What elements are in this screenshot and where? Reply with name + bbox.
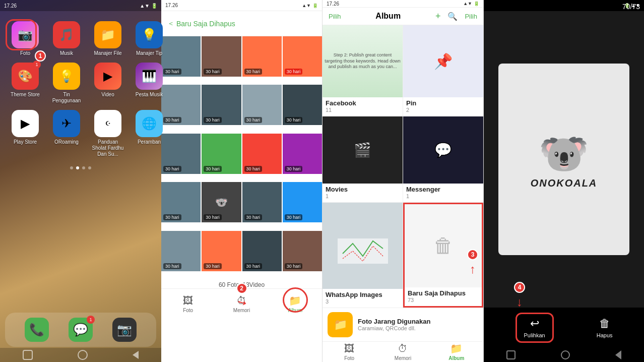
nav-home-btn[interactable] [78, 350, 88, 360]
theme-store-icon: 🎨 [18, 69, 33, 83]
days-4: 30 hari [285, 69, 303, 75]
app-peramban[interactable]: 🌐 Peramban [132, 110, 167, 157]
app-foto-label: Foto [20, 50, 30, 56]
back-arrow-icon: ＜ [167, 19, 174, 28]
foto-jarang-sub: Caramiaw, QRCode dll. [358, 325, 430, 331]
whatsapp-info: WhatsApp Images 3 [323, 289, 403, 308]
manajer-file-icon: 📁 [100, 28, 115, 42]
photo-cell-18[interactable]: 30 hari [202, 231, 241, 271]
app-theme-store[interactable]: 🎨 1 Theme Store [8, 63, 43, 104]
messages-badge: 1 [87, 316, 95, 324]
photo-cell-13[interactable]: 30 hari [161, 182, 201, 222]
album-footer-tab-foto[interactable]: 🖼 Foto [323, 343, 376, 361]
messenger-count: 1 [406, 193, 480, 199]
album-search-icon[interactable]: 🔍 [447, 12, 458, 21]
album-footer-tab-album[interactable]: 📁 Album [430, 342, 483, 361]
album-pilih-left[interactable]: Pilih [329, 13, 341, 20]
trash-icon: 🗑 [433, 234, 454, 257]
delete-icon: 🗑 [599, 317, 610, 330]
album-tab-label: Album [288, 308, 302, 313]
album-tab-icon: 📁 [289, 294, 301, 307]
album-top-bar: Pilih Album + 🔍 Pilih [323, 8, 483, 25]
photo-cell-16[interactable]: 30 hari [283, 182, 322, 222]
footer-tab-album-recent[interactable]: 📁 Album [269, 294, 322, 313]
app-musik[interactable]: 🎵 Musik [49, 21, 84, 56]
step3-number: 3 [467, 249, 478, 260]
app-musik-label: Musik [60, 50, 73, 56]
photo-cell-4[interactable]: 30 hari [283, 36, 322, 77]
photo-cell-12[interactable]: 30 hari [283, 134, 322, 174]
back-label: Baru Saja Dihapus [176, 20, 235, 28]
album-messenger[interactable]: 💬 Messenger 1 [403, 116, 483, 202]
final-nav-recent[interactable] [506, 350, 516, 359]
album-pilih-right[interactable]: Pilih [465, 13, 477, 20]
musik-icon: 🎵 [59, 28, 74, 42]
step1-badge: 1 [35, 50, 46, 62]
recent-status-icons: ▲▼ 🔋 [302, 3, 318, 8]
delete-button[interactable]: 🗑 Hapus [597, 317, 613, 338]
app-manajer-tip[interactable]: 💡 Manajer Tip [132, 21, 167, 56]
album-footer-tab-memori[interactable]: ⏱ Memori [376, 343, 429, 361]
whatsapp-count: 3 [326, 298, 400, 305]
movies-thumb: 🎬 [323, 116, 403, 184]
status-icons: ▲▼ 🔋 [140, 3, 157, 9]
recently-deleted-panel: 17.26 ▲▼ 🔋 ＜ Baru Saja Dihapus 30 hari 3… [161, 0, 323, 362]
album-movies[interactable]: 🎬 Movies 1 [323, 116, 403, 202]
final-nav-back[interactable] [615, 350, 621, 359]
photo-cell-1[interactable]: 30 hari [161, 36, 201, 77]
app-manajer-file[interactable]: 📁 Manajer File [90, 21, 125, 56]
nav-back-btn[interactable] [133, 351, 139, 359]
album-memori-tab-label: Memori [395, 355, 411, 361]
album-pin[interactable]: 📌 Pin 2 [403, 25, 483, 116]
app-foto[interactable]: 📷 1 Foto [8, 21, 43, 56]
photo-cell-19[interactable]: 30 hari [242, 231, 282, 271]
app-play-store[interactable]: ▶ Play Store [8, 110, 43, 157]
app-tin[interactable]: 💡 Tin Penggunaan [49, 63, 84, 104]
nav-recent-btn[interactable] [23, 350, 33, 360]
photo-cell-11[interactable]: 30 hari [242, 134, 282, 174]
days-7: 30 hari [244, 117, 263, 123]
app-pesta-musik-label: Pesta Musik [136, 92, 163, 98]
foto-jarang-name: Foto Jarang Digunakan [358, 318, 430, 325]
restore-icon: ↩ [530, 317, 539, 330]
photo-cell-6[interactable]: 30 hari [202, 85, 241, 125]
dock-phone[interactable]: 📞 [25, 318, 49, 342]
footer-tab-foto[interactable]: 🖼 Foto [161, 295, 215, 313]
final-status-bar: 🔋 ▲▼ [484, 0, 644, 11]
restore-button[interactable]: ↩ Pulihkan [516, 313, 554, 343]
photo-cell-20[interactable]: 30 hari [283, 231, 322, 271]
photo-cell-14[interactable]: 🐨 30 hari [202, 182, 241, 222]
pesta-musik-icon: 🎹 [142, 69, 157, 83]
photo-cell-8[interactable]: 30 hari [283, 85, 322, 125]
final-nav-home[interactable] [561, 350, 570, 359]
dock-messages[interactable]: 💬 1 [69, 318, 93, 342]
dock: 📞 💬 1 📷 [5, 313, 156, 347]
photo-cell-3[interactable]: 30 hari [242, 36, 282, 77]
recently-deleted-name: Baru Saja Dihapus [408, 289, 479, 297]
foto-icon: 📷 [18, 28, 33, 42]
photo-cell-17[interactable]: 30 hari [161, 231, 201, 271]
photo-cell-15[interactable]: 30 hari [242, 182, 282, 222]
photo-cell-7[interactable]: 30 hari [242, 85, 282, 125]
back-button[interactable]: ＜ Baru Saja Dihapus [167, 19, 235, 28]
whatsapp-chart [338, 228, 388, 264]
phone-icon: 📞 [29, 323, 44, 337]
album-facebook[interactable]: Step 2: Publish great content targeting … [323, 25, 403, 116]
album-whatsapp[interactable]: WhatsApp Images 3 [323, 203, 403, 307]
pin-count: 2 [406, 107, 480, 113]
app-video[interactable]: ▶ Video [90, 63, 125, 104]
foto-jarang-row[interactable]: 📁 Foto Jarang Digunakan Caramiaw, QRCode… [323, 308, 483, 341]
photo-cell-2[interactable]: 30 hari [202, 36, 241, 77]
theme-store-badge: 1 [33, 61, 41, 69]
panduan-icon: ☪ [105, 120, 111, 127]
photo-cell-9[interactable]: 30 hari [161, 134, 201, 174]
app-grid: 📷 1 Foto 🎵 Musik 📁 Manajer File 💡 Manaje… [0, 11, 161, 162]
photo-cell-5[interactable]: 30 hari [161, 85, 201, 125]
app-panduan[interactable]: ☪ Panduan Sholat Fardhu Dan Su... [90, 110, 125, 157]
app-oroaming[interactable]: ✈ ORoaming [49, 110, 84, 157]
app-pesta-musik[interactable]: 🎹 Pesta Musik [132, 63, 167, 104]
dock-camera[interactable]: 📷 [112, 318, 137, 342]
album-plus-icon[interactable]: + [435, 11, 441, 22]
messenger-thumb: 💬 [403, 116, 483, 184]
photo-cell-10[interactable]: 30 hari [202, 134, 241, 174]
